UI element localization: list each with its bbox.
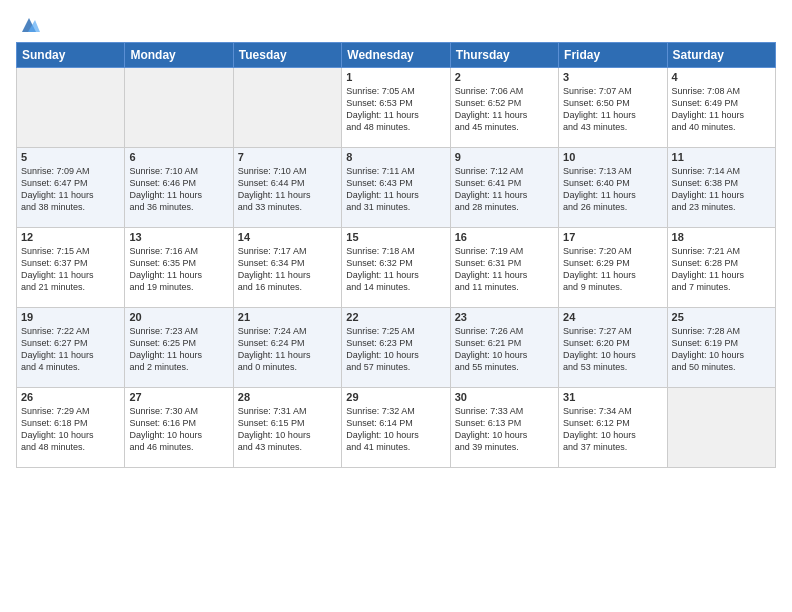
calendar-cell: 24Sunrise: 7:27 AMSunset: 6:20 PMDayligh… xyxy=(559,308,667,388)
day-info: Sunrise: 7:15 AMSunset: 6:37 PMDaylight:… xyxy=(21,245,120,294)
calendar-cell: 10Sunrise: 7:13 AMSunset: 6:40 PMDayligh… xyxy=(559,148,667,228)
calendar-cell: 14Sunrise: 7:17 AMSunset: 6:34 PMDayligh… xyxy=(233,228,341,308)
day-number: 8 xyxy=(346,151,445,163)
day-number: 15 xyxy=(346,231,445,243)
calendar-cell: 12Sunrise: 7:15 AMSunset: 6:37 PMDayligh… xyxy=(17,228,125,308)
day-number: 18 xyxy=(672,231,771,243)
day-info: Sunrise: 7:06 AMSunset: 6:52 PMDaylight:… xyxy=(455,85,554,134)
day-number: 20 xyxy=(129,311,228,323)
day-info: Sunrise: 7:23 AMSunset: 6:25 PMDaylight:… xyxy=(129,325,228,374)
day-info: Sunrise: 7:21 AMSunset: 6:28 PMDaylight:… xyxy=(672,245,771,294)
calendar-cell: 30Sunrise: 7:33 AMSunset: 6:13 PMDayligh… xyxy=(450,388,558,468)
calendar-cell: 23Sunrise: 7:26 AMSunset: 6:21 PMDayligh… xyxy=(450,308,558,388)
day-info: Sunrise: 7:14 AMSunset: 6:38 PMDaylight:… xyxy=(672,165,771,214)
calendar-cell: 18Sunrise: 7:21 AMSunset: 6:28 PMDayligh… xyxy=(667,228,775,308)
calendar-cell: 25Sunrise: 7:28 AMSunset: 6:19 PMDayligh… xyxy=(667,308,775,388)
weekday-header-monday: Monday xyxy=(125,43,233,68)
weekday-header-wednesday: Wednesday xyxy=(342,43,450,68)
day-number: 5 xyxy=(21,151,120,163)
calendar-cell: 5Sunrise: 7:09 AMSunset: 6:47 PMDaylight… xyxy=(17,148,125,228)
day-info: Sunrise: 7:18 AMSunset: 6:32 PMDaylight:… xyxy=(346,245,445,294)
calendar-cell xyxy=(17,68,125,148)
logo xyxy=(16,14,40,36)
day-number: 3 xyxy=(563,71,662,83)
calendar-cell: 1Sunrise: 7:05 AMSunset: 6:53 PMDaylight… xyxy=(342,68,450,148)
calendar-cell: 16Sunrise: 7:19 AMSunset: 6:31 PMDayligh… xyxy=(450,228,558,308)
calendar-cell: 21Sunrise: 7:24 AMSunset: 6:24 PMDayligh… xyxy=(233,308,341,388)
calendar-week-5: 26Sunrise: 7:29 AMSunset: 6:18 PMDayligh… xyxy=(17,388,776,468)
day-info: Sunrise: 7:12 AMSunset: 6:41 PMDaylight:… xyxy=(455,165,554,214)
calendar-cell: 22Sunrise: 7:25 AMSunset: 6:23 PMDayligh… xyxy=(342,308,450,388)
day-number: 17 xyxy=(563,231,662,243)
calendar-cell: 20Sunrise: 7:23 AMSunset: 6:25 PMDayligh… xyxy=(125,308,233,388)
day-number: 11 xyxy=(672,151,771,163)
day-number: 12 xyxy=(21,231,120,243)
day-number: 4 xyxy=(672,71,771,83)
calendar-cell: 6Sunrise: 7:10 AMSunset: 6:46 PMDaylight… xyxy=(125,148,233,228)
day-number: 30 xyxy=(455,391,554,403)
day-info: Sunrise: 7:22 AMSunset: 6:27 PMDaylight:… xyxy=(21,325,120,374)
day-info: Sunrise: 7:33 AMSunset: 6:13 PMDaylight:… xyxy=(455,405,554,454)
weekday-header-tuesday: Tuesday xyxy=(233,43,341,68)
day-number: 28 xyxy=(238,391,337,403)
calendar-cell: 15Sunrise: 7:18 AMSunset: 6:32 PMDayligh… xyxy=(342,228,450,308)
day-info: Sunrise: 7:24 AMSunset: 6:24 PMDaylight:… xyxy=(238,325,337,374)
day-info: Sunrise: 7:31 AMSunset: 6:15 PMDaylight:… xyxy=(238,405,337,454)
calendar-week-4: 19Sunrise: 7:22 AMSunset: 6:27 PMDayligh… xyxy=(17,308,776,388)
day-number: 13 xyxy=(129,231,228,243)
weekday-header-saturday: Saturday xyxy=(667,43,775,68)
day-number: 21 xyxy=(238,311,337,323)
day-info: Sunrise: 7:08 AMSunset: 6:49 PMDaylight:… xyxy=(672,85,771,134)
calendar-cell: 4Sunrise: 7:08 AMSunset: 6:49 PMDaylight… xyxy=(667,68,775,148)
day-number: 24 xyxy=(563,311,662,323)
calendar-week-1: 1Sunrise: 7:05 AMSunset: 6:53 PMDaylight… xyxy=(17,68,776,148)
calendar-cell xyxy=(233,68,341,148)
weekday-header-friday: Friday xyxy=(559,43,667,68)
header xyxy=(16,10,776,36)
calendar-cell: 28Sunrise: 7:31 AMSunset: 6:15 PMDayligh… xyxy=(233,388,341,468)
weekday-header-thursday: Thursday xyxy=(450,43,558,68)
day-info: Sunrise: 7:26 AMSunset: 6:21 PMDaylight:… xyxy=(455,325,554,374)
day-number: 23 xyxy=(455,311,554,323)
day-number: 31 xyxy=(563,391,662,403)
logo-text xyxy=(16,14,40,36)
day-info: Sunrise: 7:17 AMSunset: 6:34 PMDaylight:… xyxy=(238,245,337,294)
day-info: Sunrise: 7:09 AMSunset: 6:47 PMDaylight:… xyxy=(21,165,120,214)
calendar-cell: 13Sunrise: 7:16 AMSunset: 6:35 PMDayligh… xyxy=(125,228,233,308)
calendar-cell: 29Sunrise: 7:32 AMSunset: 6:14 PMDayligh… xyxy=(342,388,450,468)
calendar-week-2: 5Sunrise: 7:09 AMSunset: 6:47 PMDaylight… xyxy=(17,148,776,228)
day-number: 22 xyxy=(346,311,445,323)
calendar-cell xyxy=(125,68,233,148)
calendar-cell xyxy=(667,388,775,468)
day-info: Sunrise: 7:25 AMSunset: 6:23 PMDaylight:… xyxy=(346,325,445,374)
calendar-cell: 11Sunrise: 7:14 AMSunset: 6:38 PMDayligh… xyxy=(667,148,775,228)
calendar-cell: 2Sunrise: 7:06 AMSunset: 6:52 PMDaylight… xyxy=(450,68,558,148)
weekday-header-sunday: Sunday xyxy=(17,43,125,68)
calendar-week-3: 12Sunrise: 7:15 AMSunset: 6:37 PMDayligh… xyxy=(17,228,776,308)
day-number: 16 xyxy=(455,231,554,243)
day-info: Sunrise: 7:28 AMSunset: 6:19 PMDaylight:… xyxy=(672,325,771,374)
day-info: Sunrise: 7:10 AMSunset: 6:46 PMDaylight:… xyxy=(129,165,228,214)
day-number: 29 xyxy=(346,391,445,403)
day-info: Sunrise: 7:32 AMSunset: 6:14 PMDaylight:… xyxy=(346,405,445,454)
calendar-cell: 3Sunrise: 7:07 AMSunset: 6:50 PMDaylight… xyxy=(559,68,667,148)
calendar-cell: 17Sunrise: 7:20 AMSunset: 6:29 PMDayligh… xyxy=(559,228,667,308)
calendar-cell: 31Sunrise: 7:34 AMSunset: 6:12 PMDayligh… xyxy=(559,388,667,468)
day-number: 25 xyxy=(672,311,771,323)
day-info: Sunrise: 7:05 AMSunset: 6:53 PMDaylight:… xyxy=(346,85,445,134)
day-number: 19 xyxy=(21,311,120,323)
page-container: SundayMondayTuesdayWednesdayThursdayFrid… xyxy=(0,0,792,476)
day-info: Sunrise: 7:13 AMSunset: 6:40 PMDaylight:… xyxy=(563,165,662,214)
day-info: Sunrise: 7:30 AMSunset: 6:16 PMDaylight:… xyxy=(129,405,228,454)
calendar-cell: 9Sunrise: 7:12 AMSunset: 6:41 PMDaylight… xyxy=(450,148,558,228)
day-info: Sunrise: 7:20 AMSunset: 6:29 PMDaylight:… xyxy=(563,245,662,294)
day-number: 6 xyxy=(129,151,228,163)
calendar-cell: 7Sunrise: 7:10 AMSunset: 6:44 PMDaylight… xyxy=(233,148,341,228)
day-number: 10 xyxy=(563,151,662,163)
day-number: 26 xyxy=(21,391,120,403)
calendar-table: SundayMondayTuesdayWednesdayThursdayFrid… xyxy=(16,42,776,468)
calendar-cell: 26Sunrise: 7:29 AMSunset: 6:18 PMDayligh… xyxy=(17,388,125,468)
day-number: 9 xyxy=(455,151,554,163)
day-info: Sunrise: 7:10 AMSunset: 6:44 PMDaylight:… xyxy=(238,165,337,214)
day-info: Sunrise: 7:29 AMSunset: 6:18 PMDaylight:… xyxy=(21,405,120,454)
